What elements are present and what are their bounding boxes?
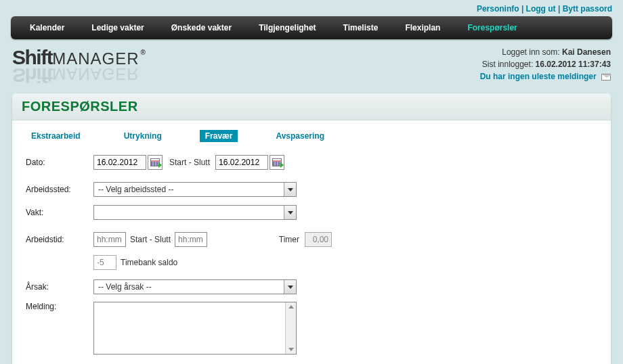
chevron-down-icon [284,206,296,219]
label-timer: Timer [279,235,299,244]
input-timer [305,232,332,247]
calendar-start-button[interactable] [148,155,163,170]
input-date-end[interactable] [215,155,268,170]
input-date-start[interactable] [93,155,146,170]
last-login-label: Sist innlogget: [482,60,533,69]
page-title: FORESPØRSLER [22,99,601,114]
textarea-melding[interactable] [93,302,297,355]
nav-onskede-vakter[interactable]: Ønskede vakter [158,16,245,39]
label-dato: Dato: [26,158,93,167]
label-arbeidstid: Arbeidstid: [26,235,93,244]
link-personinfo[interactable]: Personinfo [477,4,519,14]
link-no-messages[interactable]: Du har ingen uleste meldinger [480,72,597,81]
input-timebank [93,255,116,270]
select-arsak-value: -- Velg årsak -- [98,282,152,292]
logo-reg: ® [141,49,145,56]
last-login: 16.02.2012 11:37:43 [536,60,611,69]
input-time-end[interactable] [175,232,207,247]
label-melding: Melding: [26,302,93,311]
form: Dato: Start - Slutt Arbeidssted: -- Velg… [12,154,611,364]
username: Kai Danesen [562,47,611,57]
top-links: Personinfo | Logg ut | Bytt passord [0,0,623,16]
calendar-icon [272,158,282,166]
nav-timeliste[interactable]: Timeliste [330,16,392,39]
login-info: Logget inn som: Kai Danesen Sist innlogg… [480,46,611,83]
link-changepw[interactable]: Bytt passord [563,4,612,14]
select-arbeidssted-value: -- Velg arbeidssted -- [98,185,173,194]
label-timebank: Timebank saldo [121,258,177,267]
panel: FORESPØRSLER Ekstraarbeid Utrykning Frav… [12,93,611,364]
tab-utrykning[interactable]: Utrykning [119,130,167,142]
label-start-slutt-time: Start - Slutt [130,235,171,244]
nav-ledige-vakter[interactable]: Ledige vakter [78,16,157,39]
select-vakt[interactable] [93,205,297,220]
calendar-end-button[interactable] [270,155,284,170]
header-row: ShiftMANAGER® ShiftMANAGER Logget inn so… [0,39,623,91]
label-arbeidssted: Arbeidssted: [26,185,93,194]
input-time-start[interactable] [93,232,126,247]
select-arbeidssted[interactable]: -- Velg arbeidssted -- [93,182,297,197]
nav-flexiplan[interactable]: Flexiplan [391,16,454,39]
main-nav: Kalender Ledige vakter Ønskede vakter Ti… [11,16,612,39]
logo: ShiftMANAGER® ShiftMANAGER [12,46,143,87]
label-start-slutt: Start - Slutt [169,158,210,167]
tab-fravaer[interactable]: Fravær [200,130,238,142]
tab-avspasering[interactable]: Avspasering [270,130,330,142]
envelope-icon [601,74,611,81]
label-vakt: Vakt: [26,208,93,217]
link-logout[interactable]: Logg ut [526,4,556,14]
subtabs: Ekstraarbeid Utrykning Fravær Avspaserin… [12,120,611,154]
chevron-down-icon [284,183,296,196]
scrollbar[interactable] [285,302,296,354]
logged-in-as-label: Logget inn som: [502,47,559,57]
select-arsak[interactable]: -- Velg årsak -- [93,279,297,294]
tab-ekstraarbeid[interactable]: Ekstraarbeid [26,130,86,142]
nav-kalender[interactable]: Kalender [16,16,78,39]
panel-head: FORESPØRSLER [12,93,611,120]
nav-tilgjengelighet[interactable]: Tilgjengelighet [245,16,329,39]
label-arsak: Årsak: [26,282,93,292]
calendar-icon [150,158,160,166]
nav-foresporsler[interactable]: Forespørsler [454,16,530,39]
chevron-down-icon [284,280,296,294]
